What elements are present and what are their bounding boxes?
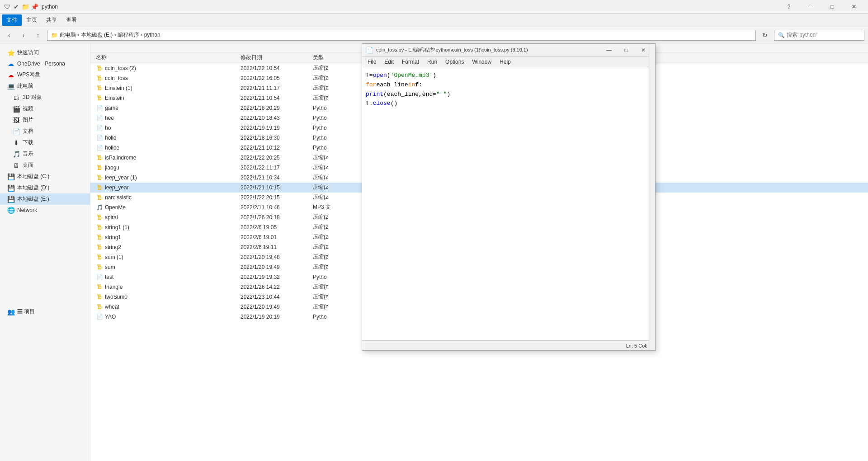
file-name: hee <box>105 115 114 121</box>
file-type: Pytho <box>309 115 363 121</box>
refresh-button[interactable]: ↻ <box>760 30 770 41</box>
zip-icon: 🗜 <box>96 174 103 181</box>
sidebar-label-videos: 视频 <box>23 105 33 113</box>
file-type: 压缩(z <box>309 164 363 171</box>
zip-icon: 🗜 <box>96 293 103 301</box>
file-type: 压缩(z <box>309 253 363 261</box>
editor-menu-file[interactable]: File <box>364 58 380 66</box>
file-type: 压缩(z <box>309 94 363 102</box>
file-date: 2022/1/20 19:48 <box>237 254 309 260</box>
file-date: 2022/1/21 11:17 <box>237 85 309 91</box>
zip-icon: 🗜 <box>96 254 103 261</box>
py-icon: 📄 <box>96 144 103 151</box>
file-date: 2022/1/26 20:18 <box>237 214 309 221</box>
file-date: 2022/1/22 20:15 <box>237 194 309 201</box>
sidebar-item-quick-access[interactable]: ⭐ 快速访问 <box>0 47 90 58</box>
file-name: holloe <box>105 145 119 151</box>
menu-file[interactable]: 文件 <box>2 14 22 26</box>
minimize-button[interactable]: — <box>800 0 821 14</box>
file-name: triangle <box>105 284 123 290</box>
editor-content[interactable]: f = open('OpenMe.mp3')for each_line in f… <box>362 67 655 340</box>
file-date: 2022/1/21 10:15 <box>237 184 309 191</box>
file-name: Einstein (1) <box>105 85 132 91</box>
sidebar-item-network[interactable]: 🌐 Network <box>0 205 90 216</box>
sidebar-item-downloads[interactable]: ⬇ 下载 <box>0 137 90 148</box>
sidebar-item-this-pc[interactable]: 💻 此电脑 <box>0 80 90 92</box>
nav-up-button[interactable]: ↑ <box>33 30 43 41</box>
file-type: Pytho <box>309 125 363 131</box>
sidebar-item-desktop[interactable]: 🖥 桌面 <box>0 160 90 171</box>
app-icon-shield: 🛡 <box>4 3 11 10</box>
editor-menu-window[interactable]: Window <box>468 58 495 66</box>
editor-title-bar: 📄 coin_toss.py - E:\编码程序\python\coin_tos… <box>362 44 655 56</box>
title-bar-icons: 🛡 ✔ 📁 📌 <box>4 3 38 10</box>
sidebar-item-3d-objects[interactable]: 🗂 3D 对象 <box>0 92 90 103</box>
sidebar-item-wps[interactable]: ☁ WPS网盘 <box>0 69 90 80</box>
sidebar-label-pictures: 图片 <box>23 116 33 124</box>
file-date: 2022/2/6 19:11 <box>237 244 309 250</box>
editor-menu-format[interactable]: Format <box>398 58 423 66</box>
sidebar-label-desktop: 桌面 <box>23 161 33 169</box>
downloads-icon: ⬇ <box>13 139 20 146</box>
nav-back-button[interactable]: ‹ <box>4 30 14 41</box>
sidebar-item-documents[interactable]: 📄 文档 <box>0 126 90 137</box>
editor-scrollbar[interactable] <box>649 67 655 340</box>
zip-icon: 🗜 <box>96 263 103 271</box>
menu-view[interactable]: 查看 <box>61 14 81 26</box>
file-name: game <box>105 105 118 111</box>
editor-minimize-button[interactable]: — <box>601 45 617 55</box>
sidebar-label-onedrive: OneDrive - Persona <box>17 61 65 67</box>
menu-home[interactable]: 主页 <box>22 14 42 26</box>
sidebar-item-local-e[interactable]: 💾 本地磁盘 (E:) <box>0 193 90 205</box>
zip-icon: 🗜 <box>96 194 103 201</box>
file-type: 压缩(z <box>309 154 363 161</box>
menu-share[interactable]: 共享 <box>42 14 61 26</box>
sidebar-item-videos[interactable]: 🎬 视频 <box>0 103 90 114</box>
editor-menu-bar: File Edit Format Run Options Window Help <box>362 56 655 67</box>
nav-forward-button[interactable]: › <box>18 30 29 41</box>
code-line: f.close() <box>366 99 651 108</box>
file-name: OpenMe <box>105 204 126 211</box>
editor-maximize-button[interactable]: □ <box>618 45 634 55</box>
desktop-icon: 🖥 <box>13 162 20 169</box>
quick-access-icon: ⭐ <box>7 49 14 56</box>
file-name: YAO <box>105 314 116 320</box>
col-header-type[interactable]: 类型 <box>309 54 363 61</box>
file-name: leep_year <box>105 184 129 191</box>
editor-menu-edit[interactable]: Edit <box>381 58 397 66</box>
sidebar-item-local-c[interactable]: 💾 本地磁盘 (C:) <box>0 171 90 182</box>
editor-menu-options[interactable]: Options <box>442 58 467 66</box>
breadcrumb-icon: 📁 <box>51 32 58 38</box>
mp3-icon: 🎵 <box>96 204 103 211</box>
sidebar-item-pictures[interactable]: 🖼 图片 <box>0 114 90 126</box>
breadcrumb[interactable]: 📁 此电脑 › 本地磁盘 (E:) › 编程程序 › python <box>47 30 756 41</box>
editor-menu-help[interactable]: Help <box>496 58 514 66</box>
col-header-name[interactable]: 名称 <box>92 54 237 61</box>
help-button[interactable]: ? <box>778 0 799 14</box>
search-box[interactable]: 🔍 搜索"python" <box>774 30 864 41</box>
wps-icon: ☁ <box>7 71 14 79</box>
sidebar-item-local-d[interactable]: 💾 本地磁盘 (D:) <box>0 182 90 193</box>
file-date: 2022/2/11 10:46 <box>237 204 309 211</box>
col-header-date[interactable]: 修改日期 <box>237 54 309 61</box>
sidebar-label-3d-objects: 3D 对象 <box>23 94 42 101</box>
music-icon: 🎵 <box>13 151 20 158</box>
editor-menu-run[interactable]: Run <box>424 58 441 66</box>
zip-icon: 🗜 <box>96 244 103 251</box>
file-type: Pytho <box>309 145 363 151</box>
file-type: 压缩(z <box>309 283 363 291</box>
file-name: coin_toss <box>105 75 128 81</box>
file-date: 2022/1/20 19:49 <box>237 264 309 270</box>
sidebar-item-projects[interactable]: 👥 ☰ 项目 <box>0 306 90 317</box>
file-date: 2022/1/20 19:49 <box>237 304 309 310</box>
file-date: 2022/1/22 10:54 <box>237 65 309 71</box>
zip-icon: 🗜 <box>96 154 103 161</box>
sidebar-item-onedrive[interactable]: ☁ OneDrive - Persona <box>0 58 90 69</box>
file-date: 2022/1/19 19:19 <box>237 125 309 131</box>
file-type: Pytho <box>309 105 363 111</box>
file-date: 2022/2/6 19:01 <box>237 234 309 240</box>
file-name: coin_toss (2) <box>105 65 136 71</box>
close-button[interactable]: ✕ <box>844 0 864 14</box>
maximize-button[interactable]: □ <box>822 0 843 14</box>
sidebar-item-music[interactable]: 🎵 音乐 <box>0 148 90 160</box>
